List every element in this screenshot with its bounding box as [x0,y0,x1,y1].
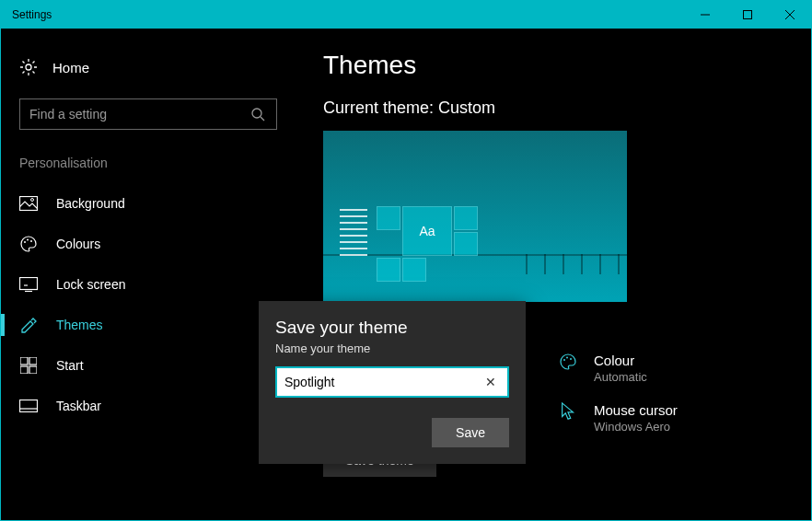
theme-name-field[interactable]: ✕ [275,366,509,398]
theme-preview: Aa [323,131,627,302]
sidebar-item-background[interactable]: Background [1,183,296,224]
svg-rect-17 [20,366,28,374]
dialog-title: Save your theme [275,318,509,338]
svg-rect-1 [744,11,752,19]
sidebar-item-colours[interactable]: Colours [1,224,296,264]
sidebar-item-label: Themes [56,318,103,332]
preview-start-menu: Aa [340,204,496,260]
sidebar-item-label: Start [56,358,84,373]
option-colour[interactable]: Colour Automatic [559,353,678,384]
svg-point-21 [563,359,565,361]
svg-rect-12 [20,278,38,290]
palette-icon [559,353,577,371]
home-label: Home [52,60,89,75]
titlebar: Settings [1,1,811,29]
option-value: Windows Aero [594,420,678,434]
option-label: Colour [594,353,647,368]
window-controls [684,1,811,29]
sidebar: Home Personalisation Background Colours … [1,29,296,520]
minimize-button[interactable] [684,1,726,29]
sidebar-item-taskbar[interactable]: Taskbar [1,386,296,426]
cursor-icon [559,402,577,421]
svg-point-11 [30,240,32,242]
sidebar-item-start[interactable]: Start [1,345,296,386]
search-box[interactable] [19,98,277,130]
home-link[interactable]: Home [1,51,296,84]
svg-rect-19 [20,400,38,412]
svg-point-22 [566,357,568,359]
window-title: Settings [12,8,684,21]
maximize-button[interactable] [726,1,769,29]
page-title: Themes [323,51,783,80]
lockscreen-icon [19,275,38,294]
option-mouse-cursor[interactable]: Mouse cursor Windows Aero [559,402,678,434]
settings-window: Settings Home Personalisation [0,0,812,521]
save-theme-dialog: Save your theme Name your theme ✕ Save [259,301,526,464]
svg-rect-15 [20,357,28,365]
section-header: Personalisation [1,152,296,183]
theme-name-input[interactable] [284,375,481,389]
svg-line-6 [261,117,264,121]
close-button[interactable] [769,1,811,29]
content: Home Personalisation Background Colours … [1,29,811,520]
sidebar-item-label: Lock screen [56,277,125,292]
sidebar-item-label: Taskbar [56,399,101,413]
option-value: Automatic [594,370,647,384]
svg-point-4 [26,64,31,70]
current-theme-label: Current theme: Custom [323,98,783,118]
svg-point-10 [27,239,29,241]
svg-rect-18 [29,366,37,374]
dialog-save-button[interactable]: Save [432,418,509,447]
themes-icon [19,316,38,334]
sidebar-item-lockscreen[interactable]: Lock screen [1,264,296,305]
palette-icon [19,235,38,253]
sidebar-item-themes[interactable]: Themes [1,305,296,345]
option-label: Mouse cursor [594,402,678,418]
sidebar-item-label: Colours [56,237,100,251]
taskbar-icon [19,397,38,415]
theme-options: Colour Automatic Mouse cursor Windows Ae… [559,353,678,452]
svg-rect-16 [29,357,37,365]
svg-point-9 [24,241,26,243]
dialog-subtitle: Name your theme [275,342,509,355]
search-icon [249,105,267,123]
preview-sample-text: Aa [402,206,452,256]
svg-point-8 [31,199,34,202]
svg-point-23 [570,358,572,360]
gear-icon [19,58,38,76]
clear-input-icon[interactable]: ✕ [481,373,500,391]
svg-point-5 [252,109,261,118]
picture-icon [19,194,38,213]
start-icon [19,356,38,375]
sidebar-item-label: Background [56,196,125,211]
search-input[interactable] [29,107,249,122]
